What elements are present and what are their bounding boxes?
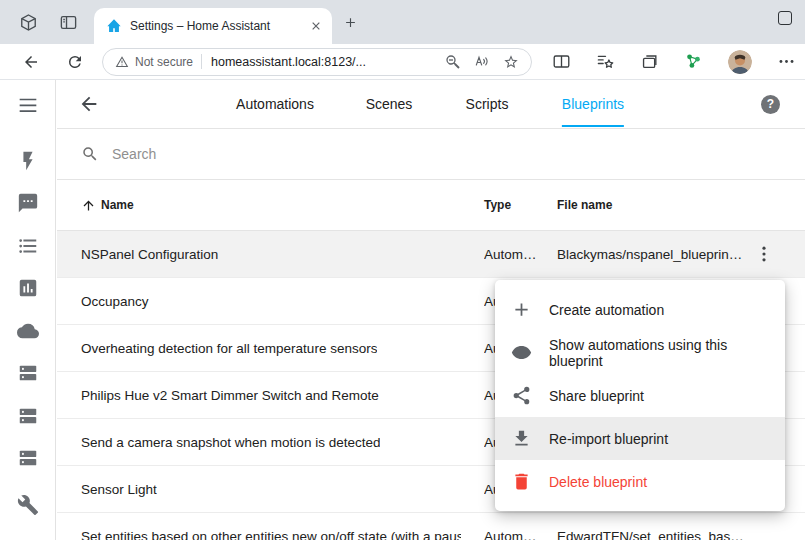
refresh-icon[interactable] [66,53,84,71]
assist-icon[interactable] [17,192,39,214]
browser-tab[interactable]: Settings – Home Assistant [94,8,332,44]
energy-lightning-icon[interactable] [17,150,39,172]
new-tab-icon[interactable] [343,15,358,30]
menu-item-share-blueprint[interactable]: Share blueprint [495,374,785,417]
tab-actions-icon[interactable] [59,13,78,32]
ha-tab-bar: Automations Scenes Scripts Blueprints ? [57,80,805,129]
more-icon[interactable] [777,52,796,71]
not-secure-warning-icon [115,55,129,69]
close-tab-icon[interactable] [308,18,324,34]
tab-scenes[interactable]: Scenes [366,80,413,129]
plus-icon [511,299,532,320]
url-text[interactable]: homeassistant.local:8123/... [211,55,437,69]
eye-icon [511,342,532,363]
search-row [57,129,805,180]
sidebar-menu-icon[interactable] [18,97,38,113]
row-overflow-menu-icon[interactable] [754,244,774,264]
delete-icon [511,471,532,492]
server-icon-3[interactable] [17,447,39,469]
split-screen-icon[interactable] [552,52,571,71]
share-icon [511,385,532,406]
search-input[interactable] [110,145,430,163]
import-icon [511,428,532,449]
history-chart-icon[interactable] [17,277,39,299]
ha-back-icon[interactable] [78,93,100,115]
table-row[interactable]: NSPanel Configuration Autom… Blackymas/n… [57,231,805,278]
menu-item-reimport-blueprint[interactable]: Re-import blueprint [495,417,785,460]
blueprint-context-menu: Create automation Show automations using… [495,280,785,511]
table-row[interactable]: Set entities based on other entities new… [57,513,805,540]
table-header: Name Type File name [57,180,805,231]
back-icon[interactable] [22,53,40,71]
profile-avatar[interactable] [728,50,752,74]
ha-main: Automations Scenes Scripts Blueprints ? … [57,80,805,540]
ha-sidebar [0,80,56,540]
workspaces-icon[interactable] [19,13,38,32]
search-icon [81,145,99,163]
menu-item-show-automations[interactable]: Show automations using this blueprint [495,331,785,374]
security-status-label[interactable]: Not secure [135,55,193,69]
home-assistant-page: Automations Scenes Scripts Blueprints ? … [0,80,805,540]
help-icon[interactable]: ? [761,95,780,114]
column-header-name[interactable]: Name [81,180,134,231]
maximize-window-button[interactable] [778,11,792,25]
server-icon-2[interactable] [17,405,39,427]
column-header-type[interactable]: Type [484,180,511,231]
column-header-file[interactable]: File name [557,180,612,231]
favorites-icon[interactable] [596,52,615,71]
read-aloud-icon[interactable] [474,54,490,70]
collections-icon[interactable] [640,52,659,71]
wrench-tools-icon[interactable] [17,494,39,516]
zoom-icon[interactable] [445,54,461,70]
menu-item-create-automation[interactable]: Create automation [495,288,785,331]
tab-blueprints[interactable]: Blueprints [562,80,624,127]
server-icon-1[interactable] [17,362,39,384]
address-bar[interactable]: Not secure homeassistant.local:8123/... [102,48,532,76]
logbook-list-icon[interactable] [17,235,39,257]
address-divider [201,54,202,69]
extension-icon[interactable] [684,52,703,71]
browser-tabstrip: Settings – Home Assistant [0,0,805,44]
browser-toolbar: Not secure homeassistant.local:8123/... [0,44,805,80]
tab-automations[interactable]: Automations [236,80,314,129]
tab-title: Settings – Home Assistant [130,19,308,33]
menu-item-delete-blueprint[interactable]: Delete blueprint [495,460,785,503]
cloud-icon[interactable] [17,320,39,342]
tab-scripts[interactable]: Scripts [466,80,509,129]
home-assistant-favicon [106,18,122,34]
sort-ascending-icon [81,198,96,213]
favorite-star-icon[interactable] [503,54,519,70]
